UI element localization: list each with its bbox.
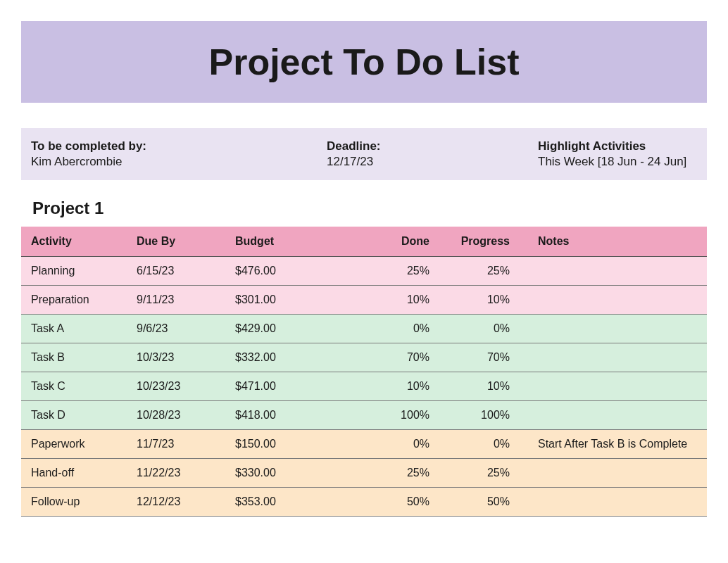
highlight-label: Highlight Activities — [538, 139, 697, 153]
highlight-value: This Week [18 Jun - 24 Jun] — [538, 155, 697, 169]
table-row: Paperwork11/7/23$150.000%0%Start After T… — [21, 430, 707, 459]
cell-progress: 0% — [437, 430, 528, 459]
cell-activity: Task B — [21, 343, 127, 372]
cell-progress: 10% — [437, 372, 528, 401]
cell-budget: $418.00 — [225, 401, 345, 430]
cell-due: 10/3/23 — [127, 343, 225, 372]
cell-notes — [528, 372, 707, 401]
cell-activity: Follow-up — [21, 488, 127, 517]
cell-done: 0% — [345, 430, 437, 459]
info-completed-by: To be completed by: Kim Abercrombie — [31, 139, 327, 169]
activities-table: Activity Due By Budget Done Progress Not… — [21, 227, 707, 517]
cell-due: 10/28/23 — [127, 401, 225, 430]
cell-due: 9/6/23 — [127, 315, 225, 343]
cell-activity: Task A — [21, 315, 127, 343]
cell-notes — [528, 315, 707, 343]
cell-progress: 10% — [437, 286, 528, 315]
table-row: Task C10/23/23$471.0010%10% — [21, 372, 707, 401]
table-header-row: Activity Due By Budget Done Progress Not… — [21, 227, 707, 257]
header-due: Due By — [127, 227, 225, 257]
table-row: Follow-up12/12/23$353.0050%50% — [21, 488, 707, 517]
header-done: Done — [345, 227, 437, 257]
cell-due: 9/11/23 — [127, 286, 225, 315]
info-highlight: Highlight Activities This Week [18 Jun -… — [538, 139, 697, 169]
cell-progress: 70% — [437, 343, 528, 372]
cell-activity: Task D — [21, 401, 127, 430]
cell-budget: $471.00 — [225, 372, 345, 401]
cell-activity: Paperwork — [21, 430, 127, 459]
cell-due: 11/7/23 — [127, 430, 225, 459]
table-row: Preparation9/11/23$301.0010%10% — [21, 286, 707, 315]
cell-notes: Start After Task B is Complete — [528, 430, 707, 459]
cell-notes — [528, 286, 707, 315]
header-progress: Progress — [437, 227, 528, 257]
cell-notes — [528, 343, 707, 372]
cell-done: 25% — [345, 257, 437, 286]
cell-done: 70% — [345, 343, 437, 372]
cell-done: 10% — [345, 286, 437, 315]
cell-notes — [528, 459, 707, 488]
cell-due: 12/12/23 — [127, 488, 225, 517]
table-row: Task B10/3/23$332.0070%70% — [21, 343, 707, 372]
deadline-label: Deadline: — [327, 139, 538, 153]
page-title: Project To Do List — [21, 41, 707, 83]
info-deadline: Deadline: 12/17/23 — [327, 139, 538, 169]
cell-budget: $150.00 — [225, 430, 345, 459]
cell-progress: 0% — [437, 315, 528, 343]
table-row: Planning6/15/23$476.0025%25% — [21, 257, 707, 286]
cell-done: 10% — [345, 372, 437, 401]
cell-progress: 100% — [437, 401, 528, 430]
cell-due: 10/23/23 — [127, 372, 225, 401]
cell-notes — [528, 401, 707, 430]
cell-done: 100% — [345, 401, 437, 430]
header-budget: Budget — [225, 227, 345, 257]
cell-activity: Task C — [21, 372, 127, 401]
cell-activity: Preparation — [21, 286, 127, 315]
cell-notes — [528, 257, 707, 286]
deadline-value: 12/17/23 — [327, 155, 538, 169]
completed-by-value: Kim Abercrombie — [31, 155, 327, 169]
header-activity: Activity — [21, 227, 127, 257]
cell-progress: 25% — [437, 257, 528, 286]
cell-activity: Planning — [21, 257, 127, 286]
info-bar: To be completed by: Kim Abercrombie Dead… — [21, 128, 707, 180]
cell-budget: $330.00 — [225, 459, 345, 488]
cell-progress: 25% — [437, 459, 528, 488]
cell-done: 50% — [345, 488, 437, 517]
cell-activity: Hand-off — [21, 459, 127, 488]
header-notes: Notes — [528, 227, 707, 257]
cell-notes — [528, 488, 707, 517]
completed-by-label: To be completed by: — [31, 139, 327, 153]
project-title: Project 1 — [32, 198, 728, 218]
cell-budget: $301.00 — [225, 286, 345, 315]
table-row: Task A9/6/23$429.000%0% — [21, 315, 707, 343]
table-row: Task D10/28/23$418.00100%100% — [21, 401, 707, 430]
cell-due: 6/15/23 — [127, 257, 225, 286]
cell-due: 11/22/23 — [127, 459, 225, 488]
cell-done: 0% — [345, 315, 437, 343]
table-row: Hand-off11/22/23$330.0025%25% — [21, 459, 707, 488]
cell-done: 25% — [345, 459, 437, 488]
title-bar: Project To Do List — [21, 21, 707, 103]
cell-budget: $429.00 — [225, 315, 345, 343]
cell-budget: $476.00 — [225, 257, 345, 286]
cell-progress: 50% — [437, 488, 528, 517]
cell-budget: $332.00 — [225, 343, 345, 372]
cell-budget: $353.00 — [225, 488, 345, 517]
